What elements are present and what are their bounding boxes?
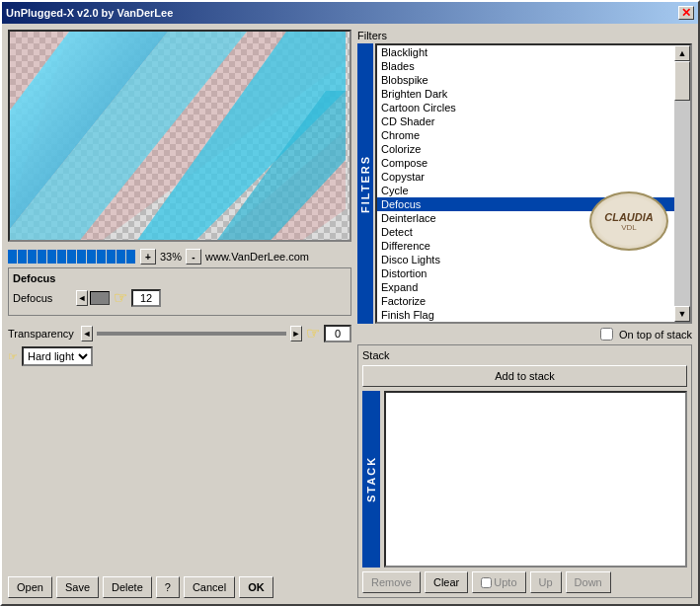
bottom-buttons: Open Save Delete ? Cancel OK [8,576,351,598]
filter-item-compose[interactable]: Compose [377,156,674,170]
main-window: UnPlugged-X v2.0 by VanDerLee ✕ [0,0,700,606]
ontop-label: On top of stack [619,329,692,341]
defocus-row: Defocus ◄ ☞ [13,288,347,307]
upto-button[interactable]: Upto [472,571,525,593]
save-button[interactable]: Save [56,576,99,598]
filters-list-wrap: BlacklightBladesBlobspikeBrighten DarkCa… [375,43,692,324]
defocus-label: Defocus [13,292,72,304]
logo-stamp: CLAUDIA VDL [589,191,668,251]
down-button[interactable]: Down [566,571,611,593]
title-bar: UnPlugged-X v2.0 by VanDerLee ✕ [2,2,698,24]
window-title: UnPlugged-X v2.0 by VanDerLee [6,7,173,19]
zoom-progress [8,250,136,264]
seg7 [67,250,77,264]
blend-cursor-icon: ☞ [8,350,18,363]
upto-text: Upto [494,576,516,588]
logo-stamp-text: CLAUDIA VDL [604,211,654,232]
params-section: Defocus Defocus ◄ ☞ [8,267,351,316]
filters-container: FILTERS BlacklightBladesBlobspikeBrighte… [357,43,692,324]
ok-button[interactable]: OK [239,576,273,598]
seg8 [77,250,87,264]
filter-item-finish-flag[interactable]: Finish Flag [377,308,674,322]
blend-mode-select[interactable]: Hard light Normal Dissolve Soft light Mu… [22,346,93,366]
left-panel: + 33% - www.VanDerLee.com Defocus Defocu… [2,24,357,604]
seg13 [126,250,136,264]
filters-list[interactable]: BlacklightBladesBlobspikeBrighten DarkCa… [377,45,674,322]
up-button[interactable]: Up [530,571,562,593]
filter-item-distortion[interactable]: Distortion [377,266,674,280]
trans-left-btn[interactable]: ◄ [81,326,93,341]
add-to-stack-button[interactable]: Add to stack [362,365,687,387]
trans-slider[interactable] [97,332,286,336]
stack-controls: Remove Clear Upto Up Down [362,571,687,593]
zoom-bar: + 33% - www.VanDerLee.com [8,246,351,267]
defocus-left-btn[interactable]: ◄ [76,290,88,306]
filters-sidebar: FILTERS [357,43,373,324]
filter-item-colorize[interactable]: Colorize [377,142,674,156]
blend-row: ☞ Hard light Normal Dissolve Soft light … [8,346,351,366]
stack-label: Stack [362,349,687,361]
seg10 [97,250,107,264]
close-button[interactable]: ✕ [678,6,694,20]
seg4 [38,250,47,264]
cursor-icon-1: ☞ [114,288,127,307]
filter-item-chrome[interactable]: Chrome [377,128,674,142]
zoom-plus-button[interactable]: + [140,249,156,265]
seg9 [87,250,97,264]
trans-right-btn[interactable]: ► [290,326,302,341]
zoom-value: 33% [160,251,182,263]
seg1 [8,250,18,264]
seg3 [28,250,38,264]
stack-section: Stack Add to stack STACK Remove Clear Up… [357,344,692,598]
scroll-thumb[interactable] [674,61,690,101]
ontop-checkbox[interactable] [600,328,613,341]
zoom-minus-button[interactable]: - [186,249,201,265]
filter-item-blacklight[interactable]: Blacklight [377,45,674,59]
transparency-input[interactable] [324,325,351,342]
seg12 [117,250,126,264]
transparency-section: Transparency ◄ ► ☞ ☞ Hard light Normal D… [8,324,351,366]
canvas-preview [10,32,350,240]
right-panel: Filters FILTERS BlacklightBladesBlobspik… [357,24,698,604]
filter-item-disco-lights[interactable]: Disco Lights [377,253,674,266]
clear-button[interactable]: Clear [425,571,468,593]
cancel-button[interactable]: Cancel [184,576,235,598]
filter-item-cd-shader[interactable]: CD Shader [377,114,674,128]
filter-item-factorize[interactable]: Factorize [377,294,674,308]
filters-scrollbar: ▲ ▼ [674,45,690,322]
filter-item-blobspike[interactable]: Blobspike [377,73,674,87]
filter-item-cartoon-circles[interactable]: Cartoon Circles [377,101,674,114]
filter-item-expand[interactable]: Expand [377,280,674,294]
params-title: Defocus [13,272,347,284]
main-content: + 33% - www.VanDerLee.com Defocus Defocu… [2,24,698,604]
remove-button[interactable]: Remove [362,571,421,593]
canvas-area [8,30,351,242]
filter-item-brighten-dark[interactable]: Brighten Dark [377,87,674,101]
filter-item-blades[interactable]: Blades [377,59,674,73]
filters-label: Filters [357,30,692,41]
spacer [8,366,351,574]
filter-item-copystar[interactable]: Copystar [377,170,674,184]
scroll-up-btn[interactable]: ▲ [674,45,690,61]
transparency-row: Transparency ◄ ► ☞ [8,324,351,342]
upto-chk[interactable] [481,577,492,588]
defocus-input[interactable] [131,289,161,307]
website-text: www.VanDerLee.com [205,251,309,263]
seg11 [107,250,117,264]
scroll-track [674,61,690,306]
open-button[interactable]: Open [8,576,52,598]
defocus-slider-thumb[interactable] [90,291,110,305]
ontop-row: On top of stack [357,328,692,341]
stack-sidebar: STACK [362,391,380,568]
scroll-down-btn[interactable]: ▼ [674,306,690,322]
seg6 [57,250,67,264]
stack-area: STACK [362,391,687,568]
progress-bar [8,250,136,264]
defocus-track: ◄ [76,290,110,306]
transparency-label: Transparency [8,328,77,340]
delete-button[interactable]: Delete [103,576,152,598]
stack-list [384,391,687,568]
seg2 [18,250,28,264]
help-button[interactable]: ? [156,576,180,598]
cursor-icon-2: ☞ [306,324,320,342]
